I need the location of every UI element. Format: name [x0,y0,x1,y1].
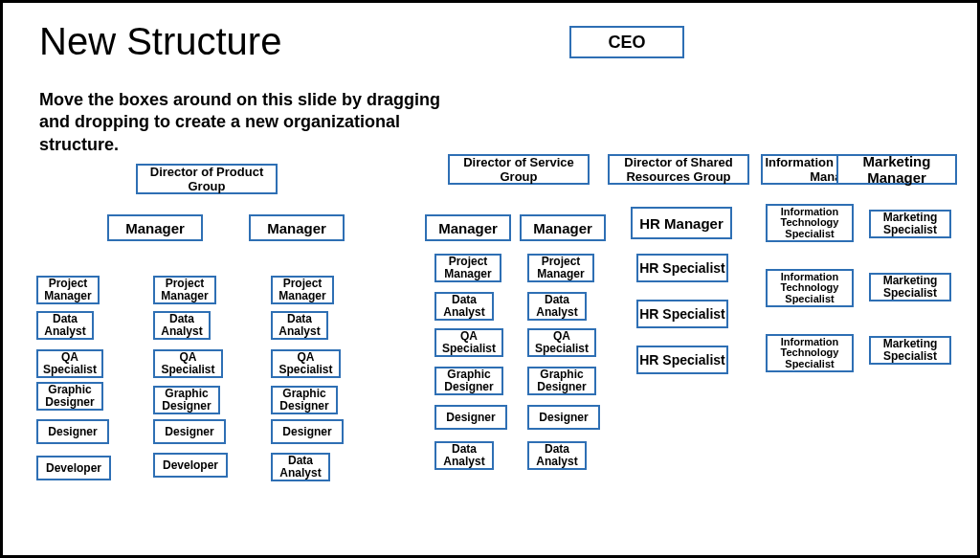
slide-title: New Structure [39,20,281,63]
org-box-ceo[interactable]: CEO [569,26,684,58]
org-box-c-graphic-designer[interactable]: Graphic Designer [271,386,338,414]
org-box-s1-designer[interactable]: Designer [434,405,507,430]
org-box-hr-manager[interactable]: HR Manager [631,207,732,239]
org-box-a-project-manager[interactable]: Project Manager [36,276,100,304]
org-box-s1-project-manager[interactable]: Project Manager [434,254,501,282]
org-box-manager-a[interactable]: Manager [107,214,203,241]
org-box-hr-specialist-3[interactable]: HR Specialist [636,346,728,374]
org-box-s2-data-analyst[interactable]: Data Analyst [527,292,587,321]
org-box-mkt-specialist-3[interactable]: Marketing Specialist [869,336,951,365]
org-box-b-designer[interactable]: Designer [153,419,226,444]
org-box-s1-data-analyst[interactable]: Data Analyst [434,292,494,321]
org-box-s2-data-analyst-2[interactable]: Data Analyst [527,441,587,470]
org-box-a-qa-specialist[interactable]: QA Specialist [36,349,103,378]
org-box-s2-designer[interactable]: Designer [527,405,600,430]
org-box-s2-project-manager[interactable]: Project Manager [527,254,594,282]
org-box-it-specialist-1[interactable]: Information Technology Specialist [766,204,854,242]
org-box-svc-manager-1[interactable]: Manager [425,214,511,241]
org-box-c-data-analyst-2[interactable]: Data Analyst [271,453,330,481]
org-box-a-data-analyst[interactable]: Data Analyst [36,311,94,340]
org-box-a-graphic-designer[interactable]: Graphic Designer [36,382,103,411]
org-box-b-graphic-designer[interactable]: Graphic Designer [153,386,220,414]
org-box-it-specialist-2[interactable]: Information Technology Specialist [766,269,854,307]
org-box-hr-specialist-2[interactable]: HR Specialist [636,300,728,328]
org-box-b-data-analyst[interactable]: Data Analyst [153,311,211,340]
org-box-c-project-manager[interactable]: Project Manager [271,276,334,304]
org-box-c-data-analyst[interactable]: Data Analyst [271,311,328,340]
org-box-s2-graphic-designer[interactable]: Graphic Designer [527,367,596,395]
org-box-mkt-specialist-1[interactable]: Marketing Specialist [869,210,951,238]
org-box-b-project-manager[interactable]: Project Manager [153,276,216,304]
org-box-manager-b[interactable]: Manager [249,214,345,241]
org-box-a-developer[interactable]: Developer [36,456,111,480]
slide: New Structure Move the boxes around on t… [0,0,980,558]
org-box-director-product[interactable]: Director of Product Group [136,164,278,194]
org-box-b-developer[interactable]: Developer [153,453,228,478]
org-box-s1-graphic-designer[interactable]: Graphic Designer [434,367,503,395]
org-box-c-designer[interactable]: Designer [271,419,344,444]
org-box-c-qa-specialist[interactable]: QA Specialist [271,349,341,378]
org-box-it-specialist-3[interactable]: Information Technology Specialist [766,334,854,372]
org-box-director-shared[interactable]: Director of Shared Resources Group [608,154,749,185]
slide-subtitle: Move the boxes around on this slide by d… [39,89,441,156]
org-box-s1-qa-specialist[interactable]: QA Specialist [434,328,503,357]
org-box-hr-specialist-1[interactable]: HR Specialist [636,254,728,282]
org-box-marketing-manager[interactable]: Marketing Manager [836,154,957,185]
org-box-a-designer[interactable]: Designer [36,419,109,444]
org-box-director-service[interactable]: Director of Service Group [448,154,590,185]
org-box-svc-manager-2[interactable]: Manager [520,214,606,241]
org-box-b-qa-specialist[interactable]: QA Specialist [153,349,223,378]
org-box-mkt-specialist-2[interactable]: Marketing Specialist [869,273,951,301]
org-box-s2-qa-specialist[interactable]: QA Specialist [527,328,596,357]
org-box-s1-data-analyst-2[interactable]: Data Analyst [434,441,494,470]
